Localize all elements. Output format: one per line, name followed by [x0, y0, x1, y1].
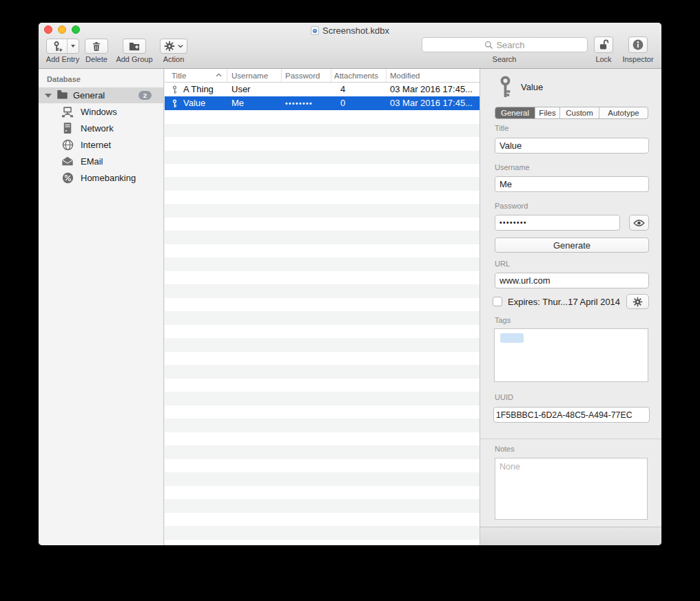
windows-icon: [61, 105, 74, 118]
inspector-button[interactable]: [628, 36, 648, 53]
trash-icon: [91, 41, 102, 52]
gear-icon: [632, 297, 643, 307]
inspector-entry-title: Value: [521, 82, 543, 92]
entry-count-badge: 2: [138, 91, 152, 100]
url-field-label: URL: [495, 260, 510, 268]
sidebar: Database General 2: [39, 69, 164, 545]
inspector-bottom-bar: [480, 527, 661, 545]
url-field[interactable]: [495, 273, 649, 288]
table-empty-stripes: [165, 110, 480, 545]
tab-autotype[interactable]: Autotype: [599, 107, 648, 118]
window-title: Screenshot.kdbx: [39, 25, 661, 36]
content-area: Database General 2: [39, 69, 661, 545]
expires-checkbox[interactable]: [493, 297, 502, 306]
add-entry-label: Add Entry: [46, 55, 79, 63]
sidebar-group-network[interactable]: Network: [39, 120, 163, 136]
add-group-label: Add Group: [116, 55, 152, 63]
sidebar-group-windows[interactable]: Windows: [39, 103, 163, 120]
table-row-selected[interactable]: Value Me •••••••• 0 03 Mar 2016 17:45...: [165, 96, 480, 110]
globe-icon: [61, 138, 74, 151]
tab-files[interactable]: Files: [535, 107, 560, 118]
sidebar-section-header: Database: [47, 75, 81, 83]
sidebar-group-homebanking[interactable]: Homebanking: [39, 169, 163, 186]
entry-key-icon: [496, 76, 515, 98]
entry-table: Title Username Password Attachments Modi…: [165, 69, 480, 545]
envelope-icon: [61, 155, 74, 167]
app-window: Screenshot.kdbx Add Entry: [39, 23, 661, 545]
server-icon: [61, 122, 74, 134]
sidebar-group-internet[interactable]: Internet: [39, 136, 163, 153]
username-field-label: Username: [495, 163, 530, 171]
delete-button[interactable]: [85, 39, 108, 54]
tags-box[interactable]: [494, 328, 648, 382]
add-group-button[interactable]: [123, 39, 146, 54]
notes-field[interactable]: [495, 458, 648, 520]
gear-icon: [164, 41, 175, 52]
folder-plus-icon: [128, 41, 141, 52]
action-button[interactable]: [160, 39, 187, 54]
key-icon: [171, 85, 178, 94]
sidebar-group-label: Network: [81, 123, 114, 134]
expires-label: Expires: Thur...17 April 2014: [508, 297, 620, 307]
key-icon: [171, 99, 178, 108]
tags-field-label: Tags: [495, 316, 511, 324]
tab-custom[interactable]: Custom: [560, 107, 599, 118]
title-field[interactable]: [495, 138, 649, 154]
eye-icon: [633, 219, 645, 227]
add-entry-dropdown[interactable]: [67, 39, 79, 53]
unlocked-padlock-icon: [598, 39, 610, 51]
column-header-title[interactable]: Title: [165, 69, 227, 82]
sidebar-group-general[interactable]: General 2: [39, 87, 163, 103]
document-icon: [311, 26, 319, 35]
search-input[interactable]: Search: [422, 37, 588, 52]
table-row[interactable]: A Thing User 4 03 Mar 2016 17:45...: [165, 83, 480, 96]
title-field-label: Title: [495, 124, 508, 132]
username-field[interactable]: [495, 176, 649, 192]
search-icon: [484, 41, 493, 50]
sidebar-group-label: Windows: [81, 107, 117, 117]
inspector-label: Inspector: [622, 55, 653, 63]
table-header: Title Username Password Attachments Modi…: [165, 69, 480, 83]
reveal-password-button[interactable]: [629, 215, 649, 231]
inspector-panel: Value General Files Custom Autotype Titl…: [480, 69, 661, 545]
notes-field-label: Notes: [495, 445, 515, 453]
search-placeholder: Search: [496, 40, 524, 50]
search-label: Search: [493, 55, 517, 63]
folder-icon: [56, 89, 68, 102]
expires-settings-button[interactable]: [626, 294, 649, 309]
chevron-down-icon: [178, 44, 183, 48]
sort-ascending-icon: [216, 73, 222, 77]
password-field-label: Password: [495, 202, 528, 210]
inspector-tabs: General Files Custom Autotype: [495, 107, 648, 119]
column-header-password[interactable]: Password: [282, 69, 331, 82]
disclosure-triangle-icon[interactable]: [45, 94, 52, 98]
window-chrome: Screenshot.kdbx Add Entry: [39, 23, 661, 69]
lock-label: Lock: [595, 55, 611, 63]
info-icon: [632, 39, 644, 51]
password-field[interactable]: [495, 215, 620, 231]
section-divider: [480, 439, 661, 439]
action-label: Action: [163, 55, 185, 63]
sidebar-group-label: Homebanking: [81, 173, 136, 183]
sidebar-group-label: General: [73, 90, 105, 101]
tab-general[interactable]: General: [495, 107, 535, 118]
sidebar-group-label: Internet: [81, 140, 111, 150]
sidebar-group-email[interactable]: EMail: [39, 153, 163, 169]
column-header-modified[interactable]: Modified: [387, 69, 480, 82]
sidebar-group-label: EMail: [81, 156, 103, 167]
uuid-field[interactable]: [493, 407, 650, 423]
lock-button[interactable]: [594, 36, 613, 53]
key-plus-icon[interactable]: [47, 39, 67, 53]
delete-label: Delete: [85, 55, 107, 63]
add-entry-button[interactable]: [46, 39, 79, 54]
generate-password-button[interactable]: Generate: [495, 238, 649, 253]
percent-icon: [61, 171, 74, 184]
column-header-username[interactable]: Username: [227, 69, 282, 82]
uuid-field-label: UUID: [495, 393, 513, 401]
column-header-attachments[interactable]: Attachments: [331, 69, 387, 82]
tag-pill[interactable]: [500, 333, 524, 343]
